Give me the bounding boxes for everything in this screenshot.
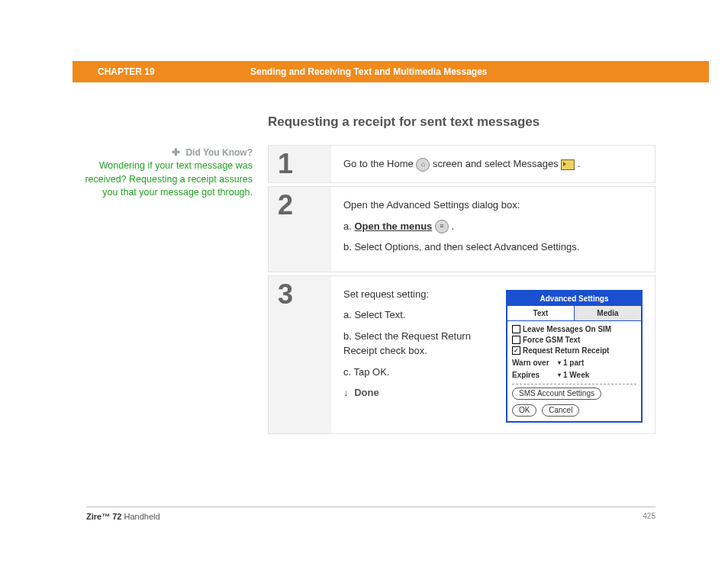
step3-intro: Set request setting: (343, 287, 491, 302)
product-name: Zire™ 72 (86, 512, 121, 521)
step1-text-pre: Go to the Home (343, 158, 416, 169)
content-area: Requesting a receipt for sent text messa… (72, 114, 656, 437)
dropdown-arrow-icon[interactable]: ▾ (558, 371, 561, 379)
warn-value[interactable]: 1 part (563, 358, 584, 368)
header-bar: CHAPTER 19 Sending and Receiving Text an… (72, 61, 709, 82)
steps-container: 1 Go to the Home ⌂ screen and select Mes… (268, 145, 656, 437)
step2-a-prefix: a. (343, 220, 354, 232)
two-column-layout: ✚ Did You Know? Wondering if your text m… (72, 145, 656, 437)
sidebar-body: Wondering if your text message was recei… (72, 159, 253, 200)
checkbox-force-gsm[interactable]: Force GSM Text (512, 335, 636, 346)
checkbox-label: Request Return Receipt (523, 346, 609, 356)
sidebar-heading: Did You Know? (185, 147, 253, 158)
step2-b: b. Select Options, and then select Advan… (343, 240, 643, 255)
checkbox-icon (512, 325, 520, 333)
chapter-label: CHAPTER 19 (98, 66, 250, 77)
menu-icon: ≡ (435, 220, 449, 233)
warn-label: Warn over (512, 358, 558, 368)
expires-value[interactable]: 1 Week (563, 370, 589, 381)
home-icon: ⌂ (416, 158, 430, 172)
ok-button[interactable]: OK (512, 404, 536, 417)
step-body: Set request setting: a. Select Text. b. … (331, 276, 655, 433)
step3-text: Set request setting: a. Select Text. b. … (343, 287, 491, 407)
checkbox-return-receipt[interactable]: ✓ Request Return Receipt (512, 346, 636, 356)
checkbox-leave-sim[interactable]: Leave Messages On SIM (512, 324, 636, 335)
tab-media[interactable]: Media (575, 306, 641, 320)
step1-text-mid: screen and select Messages (433, 158, 561, 169)
cancel-button[interactable]: Cancel (542, 404, 579, 417)
step2-a: a. Open the menus ≡ . (343, 219, 643, 234)
section-title: Requesting a receipt for sent text messa… (268, 114, 656, 130)
step3-a: a. Select Text. (343, 307, 491, 323)
step1-text-post: . (578, 158, 581, 169)
step-1: 1 Go to the Home ⌂ screen and select Mes… (268, 145, 656, 183)
checkbox-label: Force GSM Text (523, 335, 580, 346)
warn-over-row: Warn over ▾ 1 part (512, 358, 636, 368)
dialog-body: Leave Messages On SIM Force GSM Text ✓ R… (507, 321, 641, 401)
product-suffix: Handheld (121, 512, 159, 521)
checkbox-label: Leave Messages On SIM (523, 324, 611, 335)
step-2: 2 Open the Advanced Settings dialog box:… (268, 186, 656, 272)
dialog-buttons: OK Cancel (507, 401, 641, 421)
step3-c: c. Tap OK. (343, 365, 491, 380)
step-number: 2 (269, 187, 331, 272)
checkbox-icon-checked: ✓ (512, 346, 520, 355)
step3-inner: Set request setting: a. Select Text. b. … (343, 287, 643, 423)
step-3: 3 Set request setting: a. Select Text. b… (268, 275, 656, 434)
checkbox-icon (512, 336, 520, 344)
page-number: 425 (643, 512, 656, 521)
done-arrow-icon: ↓ (343, 387, 349, 398)
sidebar-heading-row: ✚ Did You Know? (72, 146, 253, 158)
dialog-tabs: Text Media (507, 306, 641, 321)
step-body: Open the Advanced Settings dialog box: a… (331, 187, 655, 272)
done-label: Done (354, 387, 379, 398)
step2-a-post: . (452, 220, 455, 232)
divider (512, 384, 636, 384)
footer-product: Zire™ 72 Handheld (86, 512, 160, 521)
plus-icon: ✚ (172, 146, 180, 158)
tab-text[interactable]: Text (507, 306, 575, 320)
step2-intro: Open the Advanced Settings dialog box: (343, 198, 643, 213)
open-menus-link[interactable]: Open the menus (354, 220, 432, 232)
chapter-title: Sending and Receiving Text and Multimedi… (250, 66, 709, 77)
dropdown-arrow-icon[interactable]: ▾ (558, 359, 561, 367)
step3-b: b. Select the Request Return Receipt che… (343, 329, 491, 359)
dialog-title: Advanced Settings (507, 291, 641, 306)
sms-account-settings-button[interactable]: SMS Account Settings (512, 388, 601, 400)
messages-icon (561, 159, 575, 170)
expires-row: Expires ▾ 1 Week (512, 370, 636, 381)
step-body: Go to the Home ⌂ screen and select Messa… (331, 146, 655, 182)
footer: Zire™ 72 Handheld 425 (86, 507, 656, 521)
expires-label: Expires (512, 370, 558, 381)
advanced-settings-dialog: Advanced Settings Text Media Leave Messa… (506, 290, 643, 423)
sidebar-tip: ✚ Did You Know? Wondering if your text m… (72, 145, 253, 200)
step-number: 1 (269, 146, 331, 182)
step-number: 3 (269, 276, 331, 433)
done-row: ↓ Done (343, 385, 491, 401)
